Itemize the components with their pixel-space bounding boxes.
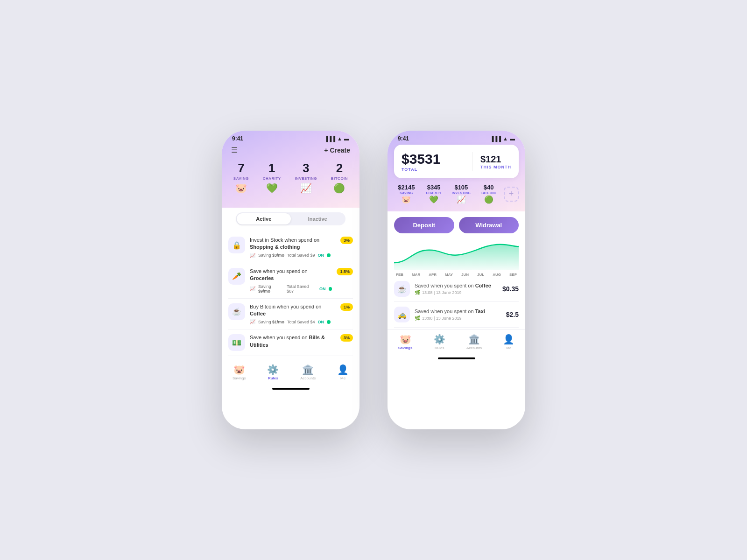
month-label: THIS MONTH xyxy=(480,165,511,169)
cat-label: BITCOIN xyxy=(476,191,501,195)
create-bar: ☰ + Create xyxy=(222,142,359,161)
tab-inactive[interactable]: Inactive xyxy=(291,213,345,224)
cat-item-charity: $345 CHARITY 💚 xyxy=(422,184,446,204)
rule-icon: 💵 xyxy=(228,334,245,351)
nav-label: Savings xyxy=(233,376,246,380)
wifi-icon-r: ▲ xyxy=(503,136,508,141)
nav-icon: ⚙️ xyxy=(434,334,445,345)
rule-icon: 🔒 xyxy=(228,237,245,253)
rule-content: Buy Bitcoin when you spend on Coffee 📈 S… xyxy=(250,303,336,325)
status-icons-left: ▐▐▐ ▲ ▬ xyxy=(324,136,349,141)
bottom-nav-right: 🐷 Savings ⚙️ Rules 🏛️ Accounts 👤 Me xyxy=(388,329,525,356)
deposit-button[interactable]: Deposit xyxy=(394,217,454,233)
tx-meta: 🌿 13:08 | 13 June 2019 xyxy=(415,315,501,321)
rule-title: Buy Bitcoin when you spend on Coffee xyxy=(250,303,336,318)
nav-label: Rules xyxy=(268,376,278,380)
time-right: 9:41 xyxy=(398,135,409,142)
nav-item-right-me[interactable]: 👤 Me xyxy=(503,334,514,350)
nav-item-savings[interactable]: 🐷 Savings xyxy=(233,364,246,380)
rule-item-2[interactable]: ☕ Buy Bitcoin when you spend on Coffee 📈… xyxy=(228,299,353,330)
rule-toggle: ON xyxy=(318,253,324,258)
chart-label-aug: AUG xyxy=(493,273,501,277)
rule-icon: ☕ xyxy=(228,303,245,320)
rule-title: Save when you spend on Bills & Utilities xyxy=(250,334,336,349)
battery-icon-r: ▬ xyxy=(510,136,515,141)
rule-meta: 📈 Saving $3/mo Total Saved $9 ON xyxy=(250,253,336,258)
nav-item-rules[interactable]: ⚙️ Rules xyxy=(267,364,279,380)
rule-content: Save when you spend on Bills & Utilities xyxy=(250,334,336,349)
cat-amount: $345 xyxy=(422,184,446,191)
month-amount: $121 xyxy=(480,154,511,165)
cat-icon: 📈 xyxy=(449,195,474,204)
tx-content: Saved when you spent on Taxi 🌿 13:08 | 1… xyxy=(415,308,501,321)
total-amount: $3531 xyxy=(402,151,465,167)
stat-item-bitcoin: 2 BITCOIN 🟢 xyxy=(331,161,348,194)
cat-amount: $40 xyxy=(476,184,501,191)
chart-area: FEBMARAPRMAYJUNJULAUGSEP xyxy=(388,237,525,274)
transaction-item-0[interactable]: ☕ Saved when you spent on Coffee 🌿 13:08… xyxy=(394,276,519,302)
rule-item-3[interactable]: 💵 Save when you spend on Bills & Utiliti… xyxy=(228,329,353,356)
balance-month: $121 THIS MONTH xyxy=(480,154,511,169)
rule-saving: Saving $3/mo xyxy=(258,253,284,258)
chart-labels: FEBMARAPRMAYJUNJULAUGSEP xyxy=(394,273,519,277)
stat-item-charity: 1 CHARITY 💚 xyxy=(263,161,281,194)
wifi-icon: ▲ xyxy=(337,136,342,141)
chart-icon: 📈 xyxy=(250,253,255,258)
rule-meta: 📈 Saving $1/mo Total Saved $4 ON xyxy=(250,319,336,324)
total-label: TOTAL xyxy=(402,167,465,172)
nav-icon: ⚙️ xyxy=(267,364,279,375)
tx-title: Saved when you spent on Taxi xyxy=(415,308,501,314)
tx-icon-small: 🌿 xyxy=(415,315,420,321)
rule-item-1[interactable]: 🥕 Save when you spend on Groceries 📈 Sav… xyxy=(228,263,353,299)
tx-icon: ☕ xyxy=(394,281,410,297)
rule-saving: Saving $1/mo xyxy=(258,320,284,324)
tx-amount: $2.5 xyxy=(506,311,519,318)
rule-badge: 1% xyxy=(340,303,353,311)
home-indicator-left xyxy=(272,388,310,390)
left-phone: 9:41 ▐▐▐ ▲ ▬ ☰ + Create 7 SAVING 🐷 1 CHA… xyxy=(222,131,359,429)
nav-label: Accounts xyxy=(466,346,482,350)
withdrawal-button[interactable]: Widrawal xyxy=(459,217,519,233)
nav-icon: 🐷 xyxy=(233,364,245,375)
green-dot xyxy=(327,253,331,257)
cat-label: INVESTING xyxy=(449,191,474,195)
stat-label: BITCOIN xyxy=(331,176,348,181)
nav-label: Me xyxy=(340,376,345,380)
rule-total: Total Saved $9 xyxy=(287,253,315,258)
nav-label: Savings xyxy=(398,346,413,350)
nav-item-right-rules[interactable]: ⚙️ Rules xyxy=(434,334,445,350)
balance-divider xyxy=(472,152,473,171)
rule-title: Save when you spend on Groceries xyxy=(250,268,332,282)
tabs-row: Active Inactive xyxy=(236,212,345,225)
chart-icon: 📈 xyxy=(250,286,255,291)
balance-total: $3531 TOTAL xyxy=(402,151,465,172)
tx-icon-small: 🌿 xyxy=(415,290,420,295)
nav-label: Accounts xyxy=(300,376,316,380)
rule-item-0[interactable]: 🔒 Invest in Stock when spend on Shopping… xyxy=(228,232,353,263)
nav-item-right-savings[interactable]: 🐷 Savings xyxy=(398,334,413,350)
filter-icon[interactable]: ☰ xyxy=(231,146,238,154)
rule-content: Invest in Stock when spend on Shopping &… xyxy=(250,237,336,258)
tx-title: Saved when you spent on Coffee xyxy=(415,283,498,288)
create-button[interactable]: + Create xyxy=(324,147,350,154)
tx-content: Saved when you spent on Coffee 🌿 13:08 |… xyxy=(415,283,498,295)
bottom-nav-left: 🐷 Savings ⚙️ Rules 🏛️ Accounts 👤 Me xyxy=(222,360,359,386)
tab-active[interactable]: Active xyxy=(237,213,291,224)
rule-content: Save when you spend on Groceries 📈 Savin… xyxy=(250,268,332,294)
add-category-button[interactable]: + xyxy=(504,187,519,202)
rule-total: Total Saved $4 xyxy=(287,320,315,324)
signal-icon: ▐▐▐ xyxy=(324,136,335,141)
chart-label-may: MAY xyxy=(445,273,453,277)
green-dot xyxy=(327,320,331,324)
signal-icon-r: ▐▐▐ xyxy=(490,136,501,141)
nav-item-me[interactable]: 👤 Me xyxy=(337,364,349,380)
stat-icon: 📈 xyxy=(295,182,317,194)
stat-icon: 💚 xyxy=(263,182,281,194)
tx-time: 13:08 | 13 June 2019 xyxy=(422,316,461,321)
transaction-item-1[interactable]: 🚕 Saved when you spent on Taxi 🌿 13:08 |… xyxy=(394,302,519,328)
nav-item-accounts[interactable]: 🏛️ Accounts xyxy=(300,364,316,380)
right-phone: 9:41 ▐▐▐ ▲ ▬ $3531 TOTAL $121 THIS MONTH xyxy=(388,131,525,429)
categories-row: $2145 SAVING 🐷 $345 CHARITY 💚 $105 INVES… xyxy=(388,184,525,204)
chart-icon: 📈 xyxy=(250,319,255,324)
nav-item-right-accounts[interactable]: 🏛️ Accounts xyxy=(466,334,482,350)
